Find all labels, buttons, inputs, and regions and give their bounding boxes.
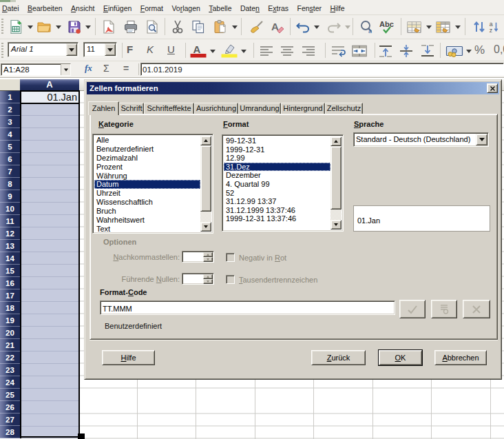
- export-pdf-button[interactable]: [101, 19, 117, 35]
- category-item[interactable]: Alle: [94, 136, 200, 145]
- select-all-corner[interactable]: [0, 79, 21, 91]
- toolbar-grip[interactable]: [1, 19, 3, 35]
- menu-vorlagen[interactable]: Vorlagen: [167, 2, 204, 14]
- ok-button[interactable]: OK: [379, 350, 422, 365]
- row-header-27[interactable]: 27: [0, 414, 20, 426]
- align-left-button[interactable]: [258, 43, 275, 59]
- new-document-dropdown[interactable]: [28, 25, 33, 29]
- category-listbox[interactable]: Alle Benutzerdefiniert Dezimalzahl Proze…: [92, 134, 213, 234]
- columns-dropdown[interactable]: [455, 25, 461, 29]
- decimal-places-spinner[interactable]: [182, 251, 214, 263]
- row-header-10[interactable]: 10: [0, 203, 20, 215]
- row-header-18[interactable]: 18: [0, 302, 20, 314]
- align-bottom-button[interactable]: [419, 43, 436, 59]
- clone-formatting-button[interactable]: [249, 19, 265, 35]
- row-header-16[interactable]: 16: [0, 277, 20, 289]
- font-name-combo[interactable]: Arial 1: [8, 42, 78, 57]
- wrap-text-button[interactable]: [330, 43, 346, 59]
- redo-button[interactable]: [326, 19, 342, 35]
- row-header-9[interactable]: 9: [0, 190, 20, 203]
- currency-format-dropdown[interactable]: [466, 50, 472, 53]
- menu-fenster[interactable]: Fenster: [293, 2, 326, 14]
- font-color-dropdown[interactable]: [210, 50, 216, 53]
- align-top-button[interactable]: [377, 43, 394, 59]
- category-item[interactable]: Währung: [94, 172, 200, 181]
- row-header-13[interactable]: 13: [0, 240, 20, 252]
- row-header-6[interactable]: 6: [0, 153, 20, 165]
- format-code-input[interactable]: [100, 300, 395, 315]
- open-button[interactable]: [36, 19, 52, 35]
- sort-ascending-button[interactable]: az: [488, 19, 504, 35]
- category-item-selected[interactable]: Datum: [94, 180, 200, 189]
- tab-hintergrund[interactable]: Hintergrund: [281, 103, 325, 114]
- row-header-21[interactable]: 21: [0, 339, 20, 351]
- menu-daten[interactable]: Daten: [236, 2, 264, 14]
- menu-tabelle[interactable]: Tabelle: [204, 2, 236, 14]
- selected-range-a2-a28[interactable]: [20, 103, 79, 439]
- undo-button[interactable]: [295, 19, 311, 35]
- row-header-2[interactable]: 2: [0, 103, 20, 116]
- row-header-15[interactable]: 15: [0, 265, 20, 277]
- row-header-7[interactable]: 7: [0, 165, 20, 178]
- print-button[interactable]: [123, 19, 139, 35]
- paste-button[interactable]: [212, 19, 229, 35]
- print-preview-button[interactable]: [144, 19, 160, 35]
- tab-schrift[interactable]: Schrift: [119, 103, 144, 114]
- menu-format[interactable]: Format: [136, 2, 168, 14]
- find-replace-button[interactable]: a: [359, 19, 375, 35]
- formula-input[interactable]: 01.01.2019: [140, 63, 504, 76]
- format-item[interactable]: 4. Quartal 99: [224, 180, 330, 189]
- new-document-button[interactable]: [8, 19, 24, 35]
- column-header-a[interactable]: A: [20, 79, 79, 91]
- cancel-button[interactable]: Abbrechen: [434, 350, 487, 365]
- active-cell-a1[interactable]: 01.Jan: [20, 90, 80, 104]
- sort-button[interactable]: [471, 19, 487, 35]
- cut-button[interactable]: [169, 19, 186, 35]
- negative-red-checkbox[interactable]: [226, 253, 235, 262]
- category-item[interactable]: Dezimalzahl: [94, 154, 200, 163]
- row-header-24[interactable]: 24: [0, 376, 20, 389]
- row-header-3[interactable]: 3: [0, 116, 20, 128]
- sum-button[interactable]: Σ: [103, 63, 109, 74]
- scrollbar-thumb[interactable]: [200, 145, 211, 212]
- clear-formatting-button[interactable]: A: [269, 19, 286, 35]
- font-size-dropdown[interactable]: [105, 43, 116, 56]
- copy-button[interactable]: [190, 19, 207, 35]
- center-vertically-button[interactable]: [398, 43, 414, 59]
- row-header-8[interactable]: 8: [0, 178, 20, 190]
- category-item[interactable]: Bruch: [94, 207, 200, 216]
- format-item[interactable]: 99-12-31: [224, 136, 330, 145]
- font-name-dropdown[interactable]: [66, 43, 77, 56]
- save-dropdown[interactable]: [85, 25, 91, 29]
- scroll-up-button[interactable]: [200, 136, 211, 145]
- row-header-26[interactable]: 26: [0, 401, 20, 414]
- close-button[interactable]: [487, 83, 498, 93]
- format-item[interactable]: 12.99: [224, 154, 330, 163]
- spin-up-button[interactable]: [203, 274, 213, 279]
- font-color-button[interactable]: A: [190, 42, 207, 59]
- row-header-25[interactable]: 25: [0, 389, 20, 401]
- selection-handle[interactable]: [78, 433, 85, 439]
- format-item[interactable]: Dezember: [224, 171, 330, 180]
- row-header-28[interactable]: 28: [0, 426, 20, 438]
- remove-format-button[interactable]: [463, 300, 490, 318]
- menu-hilfe[interactable]: Hilfe: [326, 2, 348, 14]
- format-item[interactable]: 52: [224, 189, 330, 198]
- spell-check-button[interactable]: Abc: [379, 19, 395, 35]
- format-scrollbar[interactable]: [330, 136, 342, 229]
- row-header-23[interactable]: 23: [0, 364, 20, 376]
- menu-bearbeiten[interactable]: Bearbeiten: [23, 2, 67, 14]
- format-item[interactable]: 31.12.1999 13:37:46: [224, 206, 330, 215]
- language-combo[interactable]: Standard - Deutsch (Deutschland): [353, 132, 489, 147]
- rows-button[interactable]: [406, 19, 423, 35]
- row-header-12[interactable]: 12: [0, 227, 20, 240]
- menu-ansicht[interactable]: Ansicht: [67, 2, 99, 14]
- undo-dropdown[interactable]: [314, 25, 319, 29]
- equals-button[interactable]: =: [123, 63, 129, 74]
- rows-dropdown[interactable]: [426, 25, 432, 29]
- category-item[interactable]: Text: [94, 225, 200, 232]
- tab-zahlen[interactable]: Zahlen: [88, 101, 119, 115]
- columns-button[interactable]: [435, 19, 452, 35]
- negative-red-label[interactable]: Negativ in Rot: [239, 254, 286, 262]
- merge-cells-button[interactable]: [351, 43, 368, 59]
